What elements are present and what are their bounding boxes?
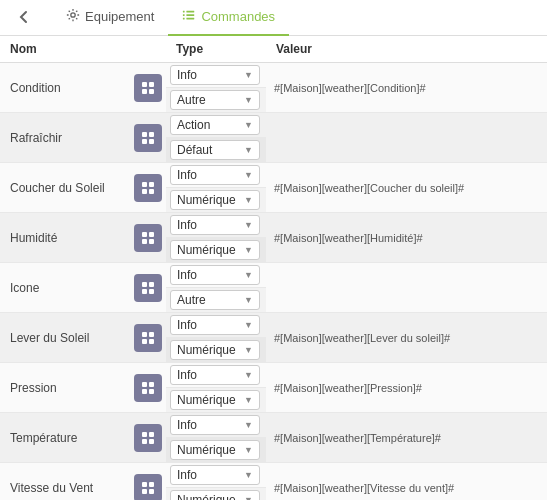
cell-icon[interactable] — [130, 413, 166, 463]
cell-type-1[interactable]: Info ▼ — [166, 313, 266, 338]
chevron-down-icon: ▼ — [244, 295, 253, 305]
cell-icon[interactable] — [130, 363, 166, 413]
cell-type-2[interactable]: Numérique ▼ — [166, 488, 266, 501]
type-select-2[interactable]: Numérique ▼ — [170, 340, 260, 360]
type-select-2[interactable]: Numérique ▼ — [170, 440, 260, 460]
svg-rect-31 — [142, 382, 147, 387]
svg-rect-1 — [183, 11, 185, 13]
table-row: Condition Info ▼ #[Maison][weather][Cond… — [0, 63, 547, 88]
type-select-1[interactable]: Info ▼ — [170, 265, 260, 285]
cell-type-1[interactable]: Info ▼ — [166, 413, 266, 438]
table-row: Rafraîchir Action ▼ — [0, 113, 547, 138]
tab-equipement[interactable]: Equipement — [52, 0, 168, 36]
chevron-down-icon: ▼ — [244, 495, 253, 500]
command-icon-btn[interactable] — [134, 174, 162, 202]
header-valeur: Valeur — [266, 36, 547, 63]
list-icon — [182, 8, 196, 25]
command-icon-btn[interactable] — [134, 124, 162, 152]
chevron-down-icon: ▼ — [244, 170, 253, 180]
table-row: Humidité Info ▼ #[Maison][weather][Humid… — [0, 213, 547, 238]
svg-rect-13 — [142, 139, 147, 144]
cell-type-2[interactable]: Autre ▼ — [166, 88, 266, 113]
type-select-2[interactable]: Autre ▼ — [170, 290, 260, 310]
cell-icon[interactable] — [130, 313, 166, 363]
header-type: Type — [166, 36, 266, 63]
type-value-1: Info — [177, 218, 197, 232]
svg-rect-20 — [149, 232, 154, 237]
command-icon-btn[interactable] — [134, 274, 162, 302]
type-select-1[interactable]: Action ▼ — [170, 115, 260, 135]
command-icon-btn[interactable] — [134, 474, 162, 501]
cell-icon[interactable] — [130, 213, 166, 263]
type-select-1[interactable]: Info ▼ — [170, 215, 260, 235]
cell-nom: Vitesse du Vent — [0, 463, 130, 501]
command-icon-btn[interactable] — [134, 424, 162, 452]
svg-rect-27 — [142, 332, 147, 337]
svg-rect-21 — [142, 239, 147, 244]
chevron-down-icon: ▼ — [244, 95, 253, 105]
cell-type-1[interactable]: Info ▼ — [166, 63, 266, 88]
cell-icon[interactable] — [130, 113, 166, 163]
chevron-down-icon: ▼ — [244, 420, 253, 430]
svg-rect-19 — [142, 232, 147, 237]
svg-rect-41 — [142, 489, 147, 494]
cell-nom: Icone — [0, 263, 130, 313]
cell-type-1[interactable]: Info ▼ — [166, 263, 266, 288]
cell-type-1[interactable]: Info ▼ — [166, 213, 266, 238]
type-select-1[interactable]: Info ▼ — [170, 465, 260, 485]
cell-nom: Lever du Soleil — [0, 313, 130, 363]
type-select-1[interactable]: Info ▼ — [170, 365, 260, 385]
type-select-1[interactable]: Info ▼ — [170, 315, 260, 335]
chevron-down-icon: ▼ — [244, 395, 253, 405]
type-select-1[interactable]: Info ▼ — [170, 65, 260, 85]
back-button[interactable] — [8, 0, 40, 36]
chevron-down-icon: ▼ — [244, 145, 253, 155]
header-icon — [130, 36, 166, 63]
chevron-down-icon: ▼ — [244, 195, 253, 205]
cell-type-1[interactable]: Info ▼ — [166, 163, 266, 188]
type-select-2[interactable]: Numérique ▼ — [170, 240, 260, 260]
svg-rect-25 — [142, 289, 147, 294]
cell-type-2[interactable]: Numérique ▼ — [166, 238, 266, 263]
type-select-1[interactable]: Info ▼ — [170, 415, 260, 435]
cell-icon[interactable] — [130, 63, 166, 113]
command-icon-btn[interactable] — [134, 374, 162, 402]
cell-type-1[interactable]: Action ▼ — [166, 113, 266, 138]
cell-type-2[interactable]: Numérique ▼ — [166, 438, 266, 463]
command-icon-btn[interactable] — [134, 224, 162, 252]
type-select-2[interactable]: Numérique ▼ — [170, 190, 260, 210]
cell-nom: Pression — [0, 363, 130, 413]
type-select-2[interactable]: Défaut ▼ — [170, 140, 260, 160]
cell-valeur: #[Maison][weather][Pression]# — [266, 363, 547, 413]
svg-rect-24 — [149, 282, 154, 287]
command-icon-btn[interactable] — [134, 74, 162, 102]
header-nom: Nom — [0, 36, 130, 63]
cell-type-2[interactable]: Autre ▼ — [166, 288, 266, 313]
type-select-2[interactable]: Numérique ▼ — [170, 490, 260, 500]
cell-type-2[interactable]: Numérique ▼ — [166, 338, 266, 363]
svg-point-0 — [71, 13, 75, 17]
cell-type-2[interactable]: Numérique ▼ — [166, 188, 266, 213]
cell-type-2[interactable]: Défaut ▼ — [166, 138, 266, 163]
type-select-1[interactable]: Info ▼ — [170, 165, 260, 185]
svg-rect-3 — [183, 14, 185, 16]
type-select-2[interactable]: Numérique ▼ — [170, 390, 260, 410]
cell-type-1[interactable]: Info ▼ — [166, 463, 266, 488]
svg-rect-28 — [149, 332, 154, 337]
type-select-2[interactable]: Autre ▼ — [170, 90, 260, 110]
svg-rect-36 — [149, 432, 154, 437]
tab-commandes[interactable]: Commandes — [168, 0, 289, 36]
command-icon-btn[interactable] — [134, 324, 162, 352]
chevron-down-icon: ▼ — [244, 220, 253, 230]
type-value-2: Numérique — [177, 193, 236, 207]
gear-icon — [66, 8, 80, 25]
cell-valeur: #[Maison][weather][Lever du soleil]# — [266, 313, 547, 363]
cell-icon[interactable] — [130, 263, 166, 313]
cell-type-1[interactable]: Info ▼ — [166, 363, 266, 388]
cell-type-2[interactable]: Numérique ▼ — [166, 388, 266, 413]
cell-icon[interactable] — [130, 463, 166, 501]
cell-icon[interactable] — [130, 163, 166, 213]
svg-rect-7 — [142, 82, 147, 87]
cell-nom: Température — [0, 413, 130, 463]
svg-rect-9 — [142, 89, 147, 94]
